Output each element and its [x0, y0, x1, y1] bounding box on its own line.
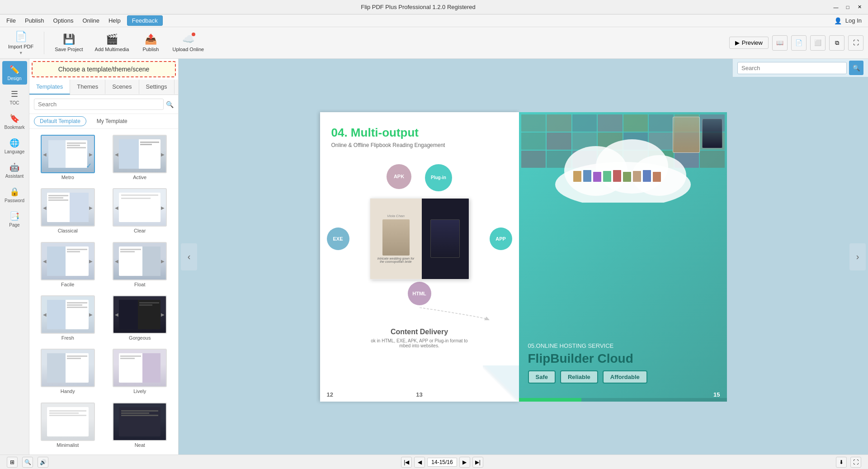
view-single-button[interactable]: 📄	[791, 35, 807, 51]
feedback-button[interactable]: Feedback	[127, 15, 163, 26]
output-app: APP	[490, 227, 512, 250]
last-page-button[interactable]: ▶|	[472, 457, 483, 468]
close-button[interactable]: ✕	[855, 3, 863, 11]
template-thumb-classical: ◀ ▶	[41, 188, 95, 227]
menu-help[interactable]: Help	[104, 15, 125, 26]
next-page-button[interactable]: ›	[849, 243, 866, 270]
upload-online-button[interactable]: ☁️ Upload Online	[169, 31, 208, 54]
template-thumb-clear: ◀ ▶	[113, 188, 167, 227]
output-html: HTML	[408, 282, 431, 305]
menu-file[interactable]: File	[2, 15, 20, 26]
user-icon: 👤	[834, 17, 842, 24]
assistant-icon: 🤖	[9, 162, 19, 172]
zoom-button[interactable]: 🔍	[22, 457, 33, 468]
template-item-metro[interactable]: ◀ ▶ ✓ Metro	[34, 133, 102, 182]
right-page-bottom: 05.ONLINE HOSTING SERVICE FlipBuilder Cl…	[528, 342, 718, 384]
template-item-facile[interactable]: ◀ ▶ Facile	[34, 241, 102, 289]
template-item-clear[interactable]: ◀ ▶ Clear	[106, 187, 174, 236]
view-full-button[interactable]: ⛶	[848, 35, 863, 51]
template-item-neat[interactable]: Neat	[106, 401, 174, 450]
panel-search-input[interactable]	[34, 99, 164, 110]
bottom-left-controls: ⊞ 🔍 🔊	[7, 457, 48, 468]
sidebar-item-language[interactable]: 🌐 Language	[2, 134, 27, 158]
template-label-minimalist: Minimalist	[57, 442, 79, 448]
import-pdf-icon: 📄	[15, 31, 27, 43]
preview-button[interactable]: ▶ Preview	[729, 37, 769, 49]
svg-rect-7	[593, 172, 601, 182]
left-icon-sidebar: ✏️ Design ☰ TOC 🔖 Bookmark 🌐 Language 🤖 …	[0, 59, 29, 455]
sound-button[interactable]: 🔊	[38, 457, 48, 468]
upload-online-label: Upload Online	[172, 47, 204, 52]
bottom-toolbar: ⊞ 🔍 🔊 |◀ ◀ 14-15/16 ▶ ▶| ⬇ ⛶	[0, 455, 868, 469]
template-label-clear: Clear	[134, 228, 146, 233]
content-delivery-title: Content Delivery	[320, 328, 519, 336]
first-page-button[interactable]: |◀	[401, 457, 412, 468]
import-pdf-label: Import PDF	[8, 44, 33, 49]
view-wide-button[interactable]: ⬜	[810, 35, 826, 51]
grid-view-button[interactable]: ⊞	[7, 457, 18, 468]
import-pdf-button[interactable]: 📄 Import PDF ▼	[5, 28, 37, 57]
design-icon: ✏️	[9, 65, 19, 75]
prev-page-button[interactable]: ‹	[181, 243, 197, 270]
minimize-button[interactable]: —	[832, 3, 840, 11]
subtab-default[interactable]: Default Template	[34, 116, 86, 126]
view-split-button[interactable]: ⧉	[829, 35, 844, 51]
menu-publish[interactable]: Publish	[20, 15, 49, 26]
save-project-button[interactable]: 💾 Save Project	[51, 31, 86, 54]
template-item-minimalist[interactable]: Minimalist	[34, 401, 102, 450]
add-multimedia-label: Add Multimedia	[95, 47, 129, 52]
page-indicator[interactable]: 14-15/16	[427, 458, 457, 467]
panel-tabs: Templates Themes Scenes Settings	[29, 80, 178, 95]
template-item-handy[interactable]: Handy	[34, 347, 102, 396]
tab-scenes[interactable]: Scenes	[105, 80, 139, 95]
template-thumb-facile: ◀ ▶	[41, 242, 95, 280]
window-controls: — □ ✕	[832, 3, 863, 11]
template-label-fresh: Fresh	[61, 335, 74, 341]
template-item-gorgeous[interactable]: ◀ ▶ Gorgeous	[106, 294, 174, 343]
sidebar-item-bookmark[interactable]: 🔖 Bookmark	[2, 110, 27, 133]
template-label-neat: Neat	[135, 442, 145, 448]
tab-templates[interactable]: Templates	[29, 80, 70, 95]
menu-online[interactable]: Online	[78, 15, 104, 26]
right-search-button[interactable]: 🔍	[849, 61, 863, 75]
template-item-fresh[interactable]: ◀ ▶ Fresh	[34, 294, 102, 343]
tab-themes[interactable]: Themes	[70, 80, 105, 95]
preview-label: Preview	[742, 39, 763, 46]
book-subtitle: Online & Offline Flipbook Reading Engage…	[320, 142, 519, 157]
login-link[interactable]: Log In	[845, 17, 862, 24]
svg-rect-12	[643, 170, 651, 182]
sidebar-item-password[interactable]: 🔒 Password	[2, 183, 27, 207]
template-label-lively: Lively	[133, 388, 146, 394]
maximize-button[interactable]: □	[844, 3, 852, 11]
toc-icon: ☰	[11, 89, 18, 99]
next-page-button-bottom[interactable]: ▶	[459, 457, 470, 468]
book-left-page: 04. Multi-output Online & Offline Flipbo…	[320, 112, 519, 402]
sidebar-item-toc[interactable]: ☰ TOC	[2, 85, 27, 109]
sidebar-item-assistant[interactable]: 🤖 Assistant	[2, 159, 27, 182]
progress-bar	[519, 398, 727, 402]
download-button[interactable]: ⬇	[836, 457, 847, 468]
fullscreen-button[interactable]: ⛶	[850, 457, 861, 468]
template-item-lively[interactable]: Lively	[106, 347, 174, 396]
right-search-input[interactable]	[737, 62, 847, 74]
import-pdf-dropdown[interactable]: ▼	[19, 51, 23, 55]
subtab-my[interactable]: My Template	[91, 116, 133, 126]
menu-options[interactable]: Options	[49, 15, 78, 26]
book-container: 04. Multi-output Online & Offline Flipbo…	[320, 112, 727, 402]
template-item-active[interactable]: ◀ ▶ Active	[106, 133, 174, 182]
sidebar-item-design[interactable]: ✏️ Design	[2, 61, 27, 85]
page-num-13: 13	[416, 391, 422, 398]
template-item-float[interactable]: ◀ ▶ Float	[106, 241, 174, 289]
svg-rect-6	[583, 170, 591, 182]
template-item-classical[interactable]: ◀ ▶ Classical	[34, 187, 102, 236]
tab-settings[interactable]: Settings	[139, 80, 175, 95]
toc-label: TOC	[10, 100, 19, 105]
prev-page-button-bottom[interactable]: ◀	[414, 457, 425, 468]
add-multimedia-button[interactable]: 🎬 Add Multimedia	[91, 31, 133, 54]
svg-rect-11	[633, 171, 641, 182]
sidebar-item-page[interactable]: 📑 Page	[2, 208, 27, 231]
publish-button[interactable]: 📤 Publish	[137, 31, 164, 54]
left-panel: Choose a template/theme/scene Templates …	[29, 59, 179, 455]
view-book-button[interactable]: 📖	[772, 35, 788, 51]
content-text: ok in HTML, EXE, APK, APP or Plug-in for…	[320, 336, 519, 351]
